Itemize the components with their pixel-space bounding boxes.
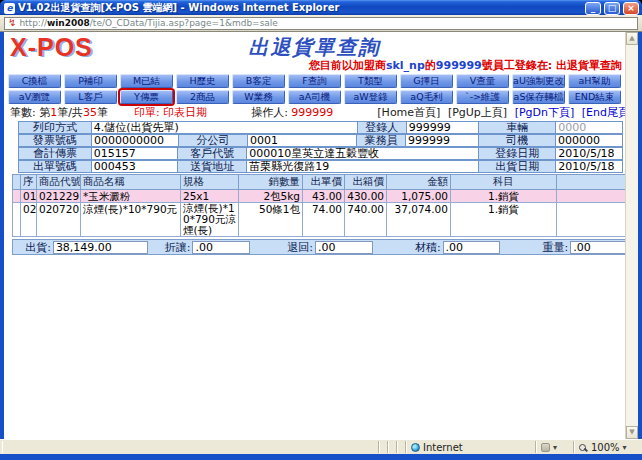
magnifier-icon: [579, 444, 586, 451]
vehicle-field[interactable]: 0000: [555, 121, 623, 134]
col-box-price: 出箱價: [345, 175, 387, 190]
ship-date-field[interactable]: 2010/5/18: [555, 160, 623, 173]
button-save-export[interactable]: aS保存轉檔: [512, 90, 565, 104]
nav-pgup-link[interactable]: [PgUp上頁]: [448, 106, 507, 119]
button-check-qty[interactable]: V查量: [456, 74, 509, 88]
col-code: 商品代號: [37, 175, 81, 190]
weight-field[interactable]: .00: [570, 241, 625, 254]
registrant-field[interactable]: 999999: [406, 121, 480, 134]
cell-unit-price: 43.00: [303, 190, 345, 203]
button-product[interactable]: 2商品: [176, 90, 229, 104]
button-change-file[interactable]: C換檔: [8, 74, 61, 88]
items-table: 序 商品代號 商品名稱 規格 銷數量 出單價 出箱價 金額 科目 01 0212…: [12, 174, 625, 237]
cell-seq: 02: [21, 203, 37, 237]
button-force-edit[interactable]: aU強制更改: [512, 74, 565, 88]
button-history[interactable]: H歷史: [176, 74, 229, 88]
col-account: 科目: [451, 175, 557, 190]
voucher-label: 會計傳票: [18, 147, 92, 160]
button-sales[interactable]: W業務: [232, 90, 285, 104]
table-row[interactable]: 01 021229 *玉米澱粉 25x1 2包5kg 43.00 430.00 …: [13, 190, 626, 203]
scroll-down-icon[interactable]: ▼: [626, 426, 638, 439]
title-bar: e V1.02出退貨查詢[X-POS 雲端網] - Windows Intern…: [0, 0, 642, 15]
driver-field[interactable]: 000000: [555, 134, 623, 147]
weight-label: 重量:: [500, 240, 570, 255]
minimize-button[interactable]: _: [585, 2, 601, 15]
cell-name: *玉米澱粉: [81, 190, 181, 203]
vertical-scrollbar[interactable]: ▲ ▼: [625, 32, 638, 439]
button-pick-date[interactable]: G擇日: [400, 74, 453, 88]
button-query[interactable]: F查詢: [288, 74, 341, 88]
branch-field[interactable]: 0001: [247, 134, 357, 147]
print-mode-field[interactable]: 4.儲位(出貨先單): [91, 121, 358, 134]
button-reprint[interactable]: P補印: [64, 74, 117, 88]
zoom-control[interactable]: 100% ▾: [574, 441, 640, 453]
button-driver[interactable]: aA司機: [288, 90, 341, 104]
cell-account: 1.銷貨: [451, 203, 557, 237]
nav-home-link[interactable]: [Home首頁]: [377, 106, 440, 119]
browser-viewport: X-POS 出退貨單查詢 您目前以加盟商skl_np的999999號員工登錄在:…: [4, 32, 638, 439]
url-text: http://win2008/te/O_CData/Tijia.asp?page…: [19, 18, 278, 28]
branch-label: 分公司: [178, 134, 248, 147]
voucher-field[interactable]: 015157: [91, 147, 179, 160]
cell-box-price: 430.00: [345, 190, 387, 203]
col-name: 商品名稱: [81, 175, 181, 190]
cell-qty: 2包5kg: [239, 190, 303, 203]
window-title: V1.02出退貨查詢[X-POS 雲端網] - Windows Internet…: [18, 1, 582, 15]
status-bar: Internet ▾ 100% ▾: [0, 439, 642, 454]
button-type[interactable]: T類型: [344, 74, 397, 88]
customer-field[interactable]: 000010皇英立達五穀豐收: [246, 147, 479, 160]
page-nav: [Home首頁] [PgUp上頁] [PgDn下頁] [End尾頁]: [377, 105, 625, 120]
reg-date-field[interactable]: 2010/5/18: [555, 147, 623, 160]
cell-box-price: 740.00: [345, 203, 387, 237]
discount-field[interactable]: .00: [192, 241, 250, 254]
salesman-field[interactable]: 999999: [405, 134, 479, 147]
print-mode-label: 列印方式: [18, 121, 92, 134]
print-note: 印單: 印表日期: [134, 105, 207, 120]
cell-spec: 涼煙(長)*10*790元涼煙(長): [181, 203, 239, 237]
button-maintain[interactable]: `->維護: [456, 90, 509, 104]
button-custom[interactable]: B客定: [232, 74, 285, 88]
protection-icon: [541, 443, 550, 452]
cell-account: 1.銷貨: [451, 190, 557, 203]
col-filler: [557, 175, 626, 190]
record-bar: 筆數: 第1筆/共35筆 印單: 印表日期 操作人: 999999 [Home首…: [4, 105, 625, 120]
selector-header: [13, 175, 21, 190]
discount-label: 折讓:: [148, 240, 193, 255]
order-no-field[interactable]: 000453: [91, 160, 179, 173]
invoice-no-field[interactable]: 0000000000: [91, 134, 179, 147]
button-browse[interactable]: aV瀏覽: [8, 90, 61, 104]
delivery-address-field[interactable]: 苗栗縣光復路19: [246, 160, 479, 173]
page-title: 出退貨單查詢: [4, 34, 625, 61]
table-row[interactable]: 02 020720 涼煙(長)*10*790元 涼煙(長)*10*790元涼煙(…: [13, 203, 626, 237]
scroll-up-icon[interactable]: ▲: [626, 32, 638, 45]
button-margin[interactable]: aQ毛利: [400, 90, 453, 104]
close-button[interactable]: ×: [623, 2, 639, 15]
button-customer[interactable]: L客戶: [64, 90, 117, 104]
button-end[interactable]: END結束: [568, 90, 621, 104]
vehicle-label: 車輛: [478, 121, 556, 134]
security-zone: Internet: [406, 441, 536, 453]
registrant-label: 登錄人: [357, 121, 407, 134]
button-closed[interactable]: M已結: [120, 74, 173, 88]
maximize-button[interactable]: □: [604, 2, 620, 15]
button-voucher[interactable]: Y傳票: [120, 90, 173, 104]
nav-pgdn-link[interactable]: [PgDn下頁]: [515, 106, 575, 119]
button-login[interactable]: aW登錄: [344, 90, 397, 104]
protected-mode-segment[interactable]: ▾: [536, 441, 574, 453]
scrollbar-track[interactable]: [626, 45, 638, 426]
nav-end-link[interactable]: [End尾頁]: [582, 106, 625, 119]
cell-code: 021229: [37, 190, 81, 203]
invoice-no-label: 發票號碼: [18, 134, 92, 147]
toolbar: C換檔 P補印 M已結 H歷史 B客定 F查詢 T類型 G擇日 V查量 aU強制…: [8, 74, 621, 104]
chevron-down-icon: ▾: [553, 443, 557, 452]
cell-qty: 50條1包: [239, 203, 303, 237]
shipment-total-field[interactable]: 38,149.00: [53, 241, 148, 254]
returns-field[interactable]: .00: [315, 241, 373, 254]
cell-code: 020720: [37, 203, 81, 237]
volume-field[interactable]: .00: [443, 241, 501, 254]
shipment-total-label: 出貨:: [13, 240, 53, 255]
driver-label: 司機: [478, 134, 556, 147]
chevron-down-icon: ▾: [623, 443, 627, 452]
address-input[interactable]: ↯ http://win2008/te/O_CData/Tijia.asp?pa…: [4, 17, 638, 30]
button-help[interactable]: aH幫助: [568, 74, 621, 88]
